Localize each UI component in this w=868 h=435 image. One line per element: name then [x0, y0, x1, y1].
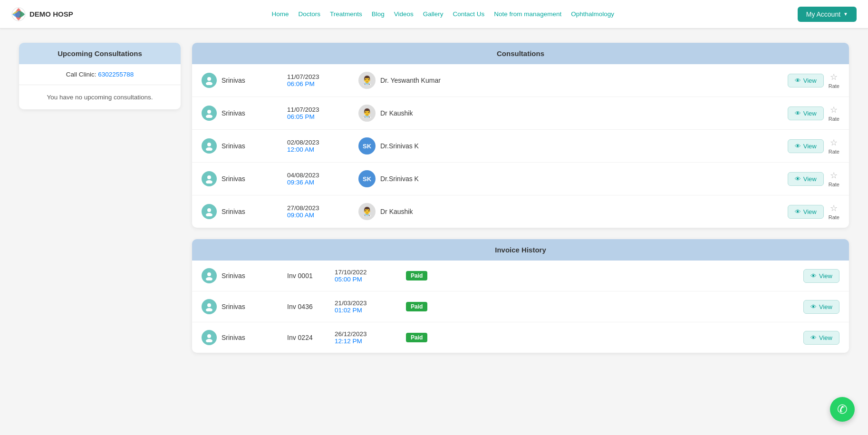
view-invoice-button[interactable]: 👁 View: [803, 269, 839, 283]
datetime-block: 11/07/2023 06:05 PM: [287, 106, 349, 120]
invoice-number: Inv 0224: [287, 334, 325, 341]
doctor-name: Dr.Srinivas K: [380, 142, 419, 150]
nav-home[interactable]: Home: [271, 10, 289, 18]
patient-info: Srinivas: [202, 73, 278, 88]
svg-point-2: [206, 82, 212, 85]
invoice-datetime: 26/12/2023 12:12 PM: [335, 330, 396, 345]
patient-avatar: [202, 138, 217, 154]
doctor-avatar: 👨‍⚕️: [358, 72, 376, 89]
account-label: My Account: [806, 10, 840, 18]
eye-icon: 👁: [795, 77, 801, 84]
star-icon: ☆: [830, 137, 838, 148]
doctor-info: 👨‍⚕️ Dr Kaushik: [358, 203, 778, 220]
patient-avatar: [202, 204, 217, 219]
doctor-info: SK Dr.Srinivas K: [358, 137, 778, 155]
nav-gallery[interactable]: Gallery: [423, 10, 444, 18]
svg-point-15: [207, 334, 211, 338]
doctor-name: Dr Kaushik: [380, 109, 413, 117]
datetime-block: 27/08/2023 09:00 AM: [287, 204, 349, 219]
view-button[interactable]: 👁 View: [788, 172, 824, 186]
rate-button[interactable]: ☆ Rate: [829, 72, 839, 89]
consult-time: 12:00 AM: [287, 146, 349, 153]
nav-treatments[interactable]: Treatments: [330, 10, 362, 18]
invoice-history-card: Invoice History Srinivas Inv 0001 17/10/…: [192, 239, 849, 353]
rate-button[interactable]: ☆ Rate: [829, 137, 839, 155]
patient-name: Srinivas: [222, 175, 245, 183]
star-icon: ☆: [830, 203, 838, 213]
nav-blog[interactable]: Blog: [372, 10, 385, 18]
nav-note[interactable]: Note from management: [494, 10, 561, 18]
svg-point-12: [206, 277, 212, 280]
rate-button[interactable]: ☆ Rate: [829, 105, 839, 122]
svg-point-9: [207, 208, 211, 212]
consult-date: 11/07/2023: [287, 73, 349, 80]
doctor-name: Dr. Yeswanth Kumar: [380, 77, 441, 84]
star-icon: ☆: [830, 105, 838, 115]
consult-time: 06:05 PM: [287, 113, 349, 120]
patient-info: Srinivas: [202, 330, 278, 345]
patient-avatar: [202, 106, 217, 121]
patient-avatar: [202, 73, 217, 88]
consult-actions: 👁 View ☆ Rate: [788, 203, 839, 220]
svg-point-1: [207, 77, 211, 81]
view-button[interactable]: 👁 View: [788, 106, 824, 120]
invoice-time: 12:12 PM: [335, 338, 396, 345]
view-invoice-button[interactable]: 👁 View: [803, 300, 839, 314]
patient-name: Srinivas: [222, 142, 245, 150]
doctor-avatar: 👨‍⚕️: [358, 203, 376, 220]
patient-info: Srinivas: [202, 268, 278, 283]
consult-actions: 👁 View ☆ Rate: [788, 72, 839, 89]
invoice-time: 01:02 PM: [335, 307, 396, 314]
patient-info: Srinivas: [202, 106, 278, 121]
logo-icon: [11, 7, 26, 21]
invoice-date: 26/12/2023: [335, 330, 396, 338]
eye-icon: 👁: [795, 175, 801, 183]
patient-avatar: [202, 330, 217, 345]
nav-doctors[interactable]: Doctors: [298, 10, 320, 18]
invoice-row: Srinivas Inv 0001 17/10/2022 05:00 PM Pa…: [192, 261, 849, 291]
patient-avatar: [202, 299, 217, 314]
star-icon: ☆: [830, 170, 838, 181]
rate-button[interactable]: ☆ Rate: [829, 170, 839, 187]
consult-actions: 👁 View ☆ Rate: [788, 105, 839, 122]
doctor-info: 👨‍⚕️ Dr Kaushik: [358, 105, 778, 122]
invoice-row: Srinivas Inv 0224 26/12/2023 12:12 PM Pa…: [192, 322, 849, 353]
doctor-avatar: SK: [358, 137, 376, 155]
eye-icon: 👁: [810, 334, 817, 341]
logo: DEMO HOSP: [11, 7, 73, 21]
consult-row: Srinivas 11/07/2023 06:05 PM 👨‍⚕️ Dr Kau…: [192, 97, 849, 130]
right-panel: Consultations Srinivas 11/07/2023 06:06 …: [192, 43, 849, 353]
rate-button[interactable]: ☆ Rate: [829, 203, 839, 220]
view-button[interactable]: 👁 View: [788, 139, 824, 153]
view-button[interactable]: 👁 View: [788, 74, 824, 87]
patient-name: Srinivas: [222, 334, 245, 341]
patient-info: Srinivas: [202, 138, 278, 154]
view-button[interactable]: 👁 View: [788, 205, 824, 219]
chevron-down-icon: ▼: [843, 11, 848, 17]
status-badge: Paid: [406, 333, 427, 342]
consult-row: Srinivas 02/08/2023 12:00 AM SK Dr.Srini…: [192, 130, 849, 163]
consult-row: Srinivas 04/08/2023 09:36 AM SK Dr.Srini…: [192, 163, 849, 195]
patient-name: Srinivas: [222, 303, 245, 310]
doctor-info: SK Dr.Srinivas K: [358, 170, 778, 187]
patient-avatar: [202, 171, 217, 186]
invoice-number: Inv 0436: [287, 303, 325, 310]
left-panel: Upcoming Consultations Call Clinic: 6302…: [19, 43, 181, 353]
svg-point-7: [207, 175, 211, 179]
svg-point-11: [207, 272, 211, 276]
invoice-number: Inv 0001: [287, 272, 325, 280]
consult-row: Srinivas 27/08/2023 09:00 AM 👨‍⚕️ Dr Kau…: [192, 195, 849, 228]
nav-ophthalmology[interactable]: Ophthalmology: [571, 10, 614, 18]
doctor-name: Dr.Srinivas K: [380, 175, 419, 183]
call-number[interactable]: 6302255788: [98, 71, 134, 78]
doctor-avatar: SK: [358, 170, 376, 187]
consult-time: 09:36 AM: [287, 179, 349, 186]
nav-videos[interactable]: Videos: [394, 10, 414, 18]
patient-name: Srinivas: [222, 272, 245, 280]
my-account-button[interactable]: My Account ▼: [798, 7, 857, 22]
upcoming-header: Upcoming Consultations: [19, 43, 181, 64]
eye-icon: 👁: [795, 110, 801, 117]
consult-date: 02/08/2023: [287, 139, 349, 146]
view-invoice-button[interactable]: 👁 View: [803, 331, 839, 345]
nav-contact[interactable]: Contact Us: [453, 10, 485, 18]
